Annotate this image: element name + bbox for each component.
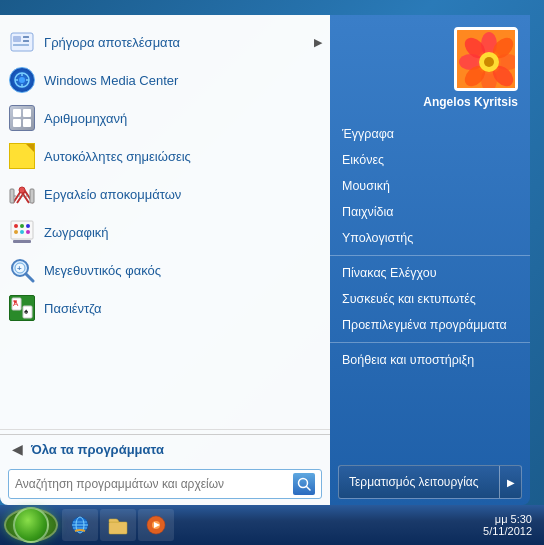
taskbar-item-media[interactable] <box>138 509 174 541</box>
media-player-icon <box>146 515 166 535</box>
taskbar-items <box>62 509 475 541</box>
shutdown-button[interactable]: Τερματισμός λειτουργίας <box>339 469 499 495</box>
right-divider <box>330 255 530 256</box>
ie-icon <box>70 515 90 535</box>
link-default-programs[interactable]: Προεπιλεγμένα προγράμματα <box>330 312 530 338</box>
clock-time: μμ 5:30 <box>483 513 532 525</box>
clock-date: 5/11/2012 <box>483 525 532 537</box>
start-orb <box>13 507 49 543</box>
menu-item-magnifier[interactable]: + Μεγεθυντικός φακός <box>0 251 330 289</box>
menu-item-paint[interactable]: Ζωγραφική <box>0 213 330 251</box>
calculator-icon <box>8 104 36 132</box>
quick-results-label: Γρήγορα αποτελέσματα <box>44 35 314 50</box>
svg-text:+: + <box>17 264 22 273</box>
avatar-image <box>457 30 515 88</box>
menu-item-wmc[interactable]: Windows Media Center <box>0 61 330 99</box>
right-panel: Angelos Kyritsis Έγγραφα Εικόνες Μουσική… <box>330 15 530 505</box>
sticky-label: Αυτοκόλλητες σημειώσεις <box>44 149 322 164</box>
svg-point-6 <box>19 77 25 83</box>
menu-item-solitaire[interactable]: A ♠ ♥ Πασιέντζα <box>0 289 330 327</box>
all-programs-row[interactable]: ◀ Όλα τα προγράμματα <box>0 434 330 463</box>
start-menu: Γρήγορα αποτελέσματα ▶ <box>0 15 530 505</box>
menu-list: Γρήγορα αποτελέσματα ▶ <box>0 15 330 335</box>
quick-results-icon <box>8 28 36 56</box>
user-avatar[interactable] <box>454 27 518 91</box>
svg-rect-2 <box>23 36 29 38</box>
link-music[interactable]: Μουσική <box>330 173 530 199</box>
shutdown-arrow-icon[interactable]: ▶ <box>499 466 521 498</box>
explorer-icon <box>108 515 128 535</box>
svg-rect-12 <box>10 189 14 203</box>
paint-label: Ζωγραφική <box>44 225 322 240</box>
svg-line-33 <box>307 487 311 491</box>
menu-divider <box>0 429 330 430</box>
desktop: Γρήγορα αποτελέσματα ▶ <box>0 0 544 545</box>
link-devices[interactable]: Συσκευές και εκτυπωτές <box>330 286 530 312</box>
search-bar <box>8 469 322 499</box>
sticky-icon <box>8 142 36 170</box>
svg-point-11 <box>19 187 25 193</box>
menu-item-calculator[interactable]: Αριθμομηχανή <box>0 99 330 137</box>
snipping-label: Εργαλείο αποκομμάτων <box>44 187 322 202</box>
svg-point-45 <box>484 57 494 67</box>
svg-rect-1 <box>13 36 21 42</box>
left-panel: Γρήγορα αποτελέσματα ▶ <box>0 15 330 505</box>
menu-items-container: Γρήγορα αποτελέσματα ▶ <box>0 15 330 425</box>
menu-item-sticky[interactable]: Αυτοκόλλητες σημειώσεις <box>0 137 330 175</box>
search-button[interactable] <box>293 473 315 495</box>
shutdown-row[interactable]: Τερματισμός λειτουργίας ▶ <box>338 465 522 499</box>
svg-rect-3 <box>23 40 29 42</box>
right-links: Έγγραφα Εικόνες Μουσική Παιχνίδια Υπολογ… <box>330 117 530 459</box>
wmc-icon <box>8 66 36 94</box>
svg-point-17 <box>20 224 24 228</box>
svg-rect-13 <box>30 189 34 203</box>
svg-point-20 <box>20 230 24 234</box>
magnifier-icon: + <box>8 256 36 284</box>
all-programs-label: Όλα τα προγράμματα <box>31 442 164 457</box>
link-computer[interactable]: Υπολογιστής <box>330 225 530 251</box>
quick-results-arrow: ▶ <box>314 36 322 49</box>
snipping-icon <box>8 180 36 208</box>
svg-rect-22 <box>13 240 31 243</box>
link-documents[interactable]: Έγγραφα <box>330 121 530 147</box>
user-area: Angelos Kyritsis <box>330 15 530 117</box>
search-input[interactable] <box>15 477 293 491</box>
user-name: Angelos Kyritsis <box>423 95 518 109</box>
svg-point-18 <box>26 224 30 228</box>
calculator-label: Αριθμομηχανή <box>44 111 322 126</box>
magnifier-label: Μεγεθυντικός φακός <box>44 263 322 278</box>
solitaire-label: Πασιέντζα <box>44 301 322 316</box>
svg-rect-4 <box>13 44 29 46</box>
taskbar-clock: μμ 5:30 5/11/2012 <box>475 513 540 537</box>
right-divider-2 <box>330 342 530 343</box>
wmc-label: Windows Media Center <box>44 73 322 88</box>
svg-point-16 <box>14 224 18 228</box>
start-button[interactable] <box>4 508 58 542</box>
link-games[interactable]: Παιχνίδια <box>330 199 530 225</box>
taskbar: μμ 5:30 5/11/2012 <box>0 505 544 545</box>
taskbar-item-explorer[interactable] <box>100 509 136 541</box>
menu-item-snipping[interactable]: Εργαλείο αποκομμάτων <box>0 175 330 213</box>
link-help[interactable]: Βοήθεια και υποστήριξη <box>330 347 530 373</box>
solitaire-icon: A ♠ ♥ <box>8 294 36 322</box>
all-programs-arrow-icon: ◀ <box>12 441 23 457</box>
svg-point-21 <box>26 230 30 234</box>
svg-line-25 <box>26 274 33 281</box>
link-pictures[interactable]: Εικόνες <box>330 147 530 173</box>
svg-point-19 <box>14 230 18 234</box>
paint-icon <box>8 218 36 246</box>
link-control-panel[interactable]: Πίνακας Ελέγχου <box>330 260 530 286</box>
search-icon <box>297 477 311 491</box>
taskbar-item-ie[interactable] <box>62 509 98 541</box>
svg-rect-51 <box>109 522 127 534</box>
svg-text:♥: ♥ <box>13 298 17 305</box>
menu-item-quick-results[interactable]: Γρήγορα αποτελέσματα ▶ <box>0 23 330 61</box>
